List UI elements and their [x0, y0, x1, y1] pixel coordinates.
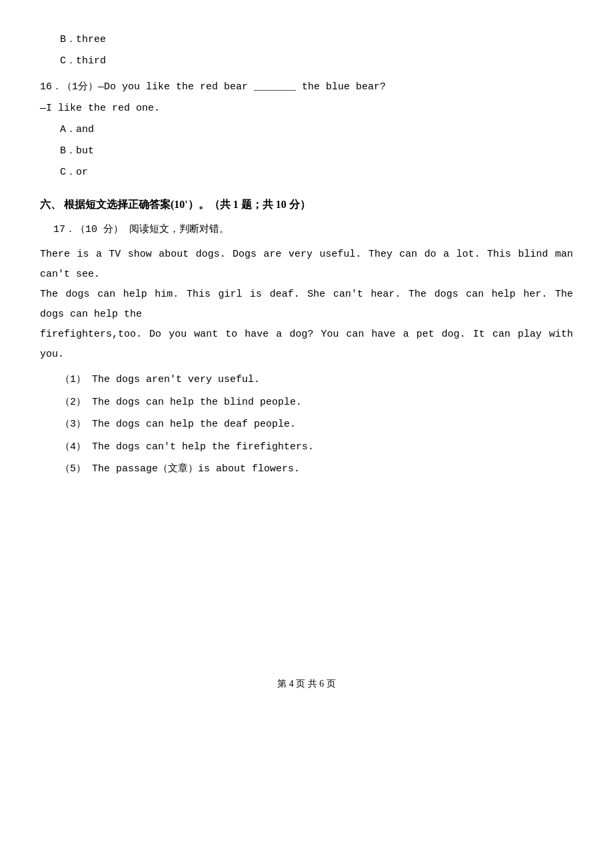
section-6-header: 六、 根据短文选择正确答案(10'）。（共 1 题；共 10 分） [40, 195, 573, 215]
option-b-three: B．three [60, 32, 573, 48]
q16-option-c: C．or [60, 165, 573, 181]
passage: There is a TV show about dogs. Dogs are … [40, 245, 573, 365]
q16-option-b: B．but [60, 143, 573, 159]
option-c-third: C．third [60, 53, 573, 69]
tf-item-5: （5） The passage（文章）is about flowers. [60, 461, 573, 478]
passage-line-1: There is a TV show about dogs. Dogs are … [40, 249, 573, 280]
passage-line-2: The dogs can help him. This girl is deaf… [40, 289, 573, 320]
question-17-line: 17．（10 分） 阅读短文，判断对错。 [53, 221, 573, 239]
tf-item-2: （2） The dogs can help the blind people. [60, 394, 573, 411]
question-16: 16．（1分）—Do you like the red bear _______… [40, 79, 573, 96]
tf-item-1: （1） The dogs aren't very useful. [60, 371, 573, 389]
passage-line-3: firefighters,too. Do you want to have a … [40, 329, 573, 360]
tf-item-4: （4） The dogs can't help the firefighters… [60, 439, 573, 456]
question-16-answer: —I like the red one. [40, 100, 573, 117]
page-footer: 第 4 页 共 6 页 [40, 678, 573, 690]
q16-option-a: A．and [60, 122, 573, 138]
tf-item-3: （3） The dogs can help the deaf people. [60, 416, 573, 433]
